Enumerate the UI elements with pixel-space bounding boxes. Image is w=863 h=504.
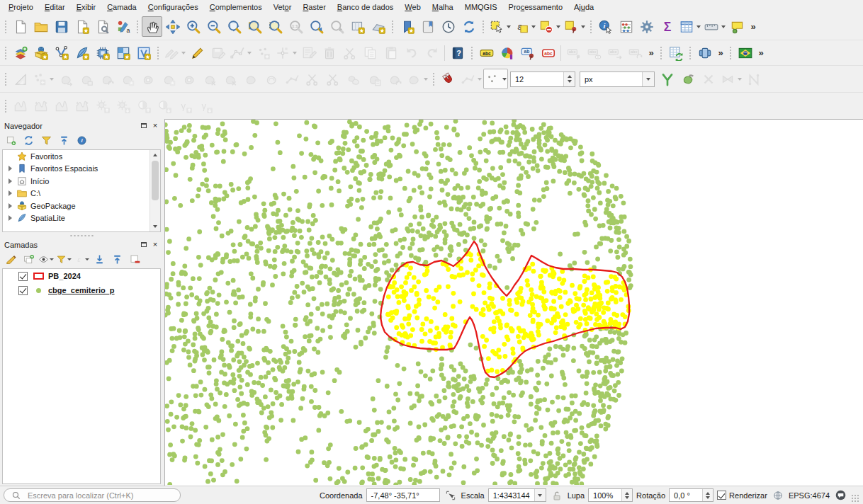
new-map-view-button[interactable] <box>347 16 368 37</box>
menu-complementos[interactable]: Complementos <box>204 1 268 13</box>
toolbar-drag-handle[interactable] <box>659 45 663 61</box>
toolbar-drag-handle[interactable] <box>728 45 733 61</box>
pan-map-button[interactable] <box>142 16 162 37</box>
statistical-summary-button[interactable] <box>616 16 636 37</box>
scale-dropdown[interactable] <box>534 489 546 501</box>
menu-vetor[interactable]: Vetor <box>268 1 298 13</box>
new-spatial-bookmark-button[interactable] <box>397 16 417 37</box>
crs-globe-icon[interactable] <box>771 488 785 503</box>
open-attribute-table-button[interactable] <box>677 16 702 37</box>
select-by-value-button[interactable] <box>562 16 587 37</box>
menu-raster[interactable]: Raster <box>297 1 331 13</box>
toolbar-drag-handle[interactable] <box>390 19 395 35</box>
open-layer-styling-button[interactable] <box>2 251 19 268</box>
browser-item-favoritos[interactable]: Favoritos <box>3 150 160 163</box>
coordinate-value[interactable]: -7,48° -35,71° <box>366 488 440 502</box>
plugin-toolbar-overflow-2[interactable]: » <box>755 42 767 63</box>
plugin-brazil-button[interactable] <box>735 42 755 63</box>
style-manager-button[interactable]: a <box>113 16 133 37</box>
open-project-button[interactable] <box>30 16 51 37</box>
zoom-in-button[interactable] <box>183 16 203 37</box>
help-contents-button[interactable]: ? <box>447 42 468 63</box>
menu-web[interactable]: Web <box>399 1 426 13</box>
scale-combobox[interactable]: 1:4343144 <box>488 488 546 502</box>
layer-checkbox[interactable] <box>18 272 28 281</box>
map-tips-button[interactable] <box>727 16 748 37</box>
browser-item-spatialite[interactable]: SpatiaLite <box>3 212 160 225</box>
expand-all-button[interactable] <box>91 251 108 268</box>
extents-toggle-icon[interactable] <box>444 488 458 503</box>
add-spatialite-layer-button[interactable] <box>72 42 92 63</box>
locator-searchbox[interactable] <box>4 488 181 502</box>
select-by-expression-button[interactable]: ε <box>512 16 537 37</box>
layer-name[interactable]: PB_2024 <box>48 272 81 280</box>
identify-features-button[interactable]: i <box>595 16 616 37</box>
toggle-editing-button[interactable] <box>187 42 208 63</box>
temporal-controller-button[interactable] <box>438 16 458 37</box>
crs-value[interactable]: EPSG:4674 <box>789 491 830 500</box>
scroll-up-button[interactable] <box>150 150 160 160</box>
menu-configura-es[interactable]: Configurações <box>142 1 204 13</box>
expander[interactable] <box>6 215 15 221</box>
layer-styling-button[interactable] <box>497 42 517 63</box>
browser-item-favoritos-espaciais[interactable]: Favoritos Espaciais <box>3 163 160 176</box>
zoom-last-button[interactable] <box>306 16 327 37</box>
add-virtual-layer-button[interactable] <box>133 42 154 63</box>
snapping-on-intersection-button[interactable] <box>677 69 698 89</box>
expander[interactable] <box>6 203 15 209</box>
topological-editing-button[interactable] <box>657 69 677 89</box>
snapping-tolerance-spinbox[interactable]: 12 <box>510 71 575 87</box>
expander[interactable] <box>6 178 15 184</box>
snapping-tolerance-spin-buttons[interactable] <box>563 72 575 86</box>
rotation-spin-buttons[interactable] <box>702 489 713 501</box>
add-vector-layer-button[interactable] <box>51 42 72 63</box>
plugin-toolbar-overflow-1[interactable]: » <box>715 42 726 63</box>
zoom-out-button[interactable] <box>203 16 224 37</box>
zoom-to-layer-button[interactable] <box>244 16 265 37</box>
layout-manager-button[interactable] <box>92 16 113 37</box>
menu-banco-de-dados[interactable]: Banco de dados <box>332 1 400 13</box>
browser-properties-button[interactable]: i <box>73 132 90 149</box>
highlight-pinned-labels-button[interactable]: abc <box>538 42 558 63</box>
lock-scale-icon[interactable] <box>550 488 564 503</box>
measure-line-button[interactable] <box>702 16 727 37</box>
plugin-table-refresh-button[interactable] <box>665 42 686 63</box>
toolbar-drag-handle[interactable] <box>4 98 8 114</box>
toolbar-drag-handle[interactable] <box>135 19 140 35</box>
layers-float-button[interactable] <box>139 240 149 249</box>
scroll-thumb[interactable] <box>152 161 159 200</box>
deselect-features-button[interactable] <box>537 16 562 37</box>
pin-labels-button[interactable]: ab <box>517 42 538 63</box>
scroll-down-button[interactable] <box>150 222 160 231</box>
collapse-all-button[interactable] <box>55 132 72 149</box>
menu-editar[interactable]: Editar <box>39 1 71 13</box>
processing-toolbox-button[interactable] <box>636 16 657 37</box>
filter-browser-button[interactable] <box>38 132 55 149</box>
layer-name[interactable]: cbge_cemiterio_p <box>48 286 115 294</box>
rotation-spinbox[interactable]: 0,0 ° <box>669 488 713 502</box>
browser-float-button[interactable] <box>139 121 149 130</box>
browser-close-button[interactable]: × <box>150 121 160 130</box>
toolbar-drag-handle[interactable] <box>432 71 436 87</box>
snapping-units-combobox[interactable]: px <box>580 71 655 87</box>
toolbar-drag-handle[interactable] <box>4 71 8 87</box>
new-3d-map-view-button[interactable] <box>368 16 388 37</box>
zoom-to-selection-button[interactable] <box>265 16 286 37</box>
menu-processamento[interactable]: Processamento <box>503 1 568 13</box>
enable-snapping-button[interactable] <box>438 69 458 89</box>
show-bookmarks-button[interactable] <box>417 16 438 37</box>
map-canvas[interactable] <box>164 119 863 486</box>
locator-input[interactable] <box>26 491 175 500</box>
layer-labeling-button[interactable]: abc <box>476 42 497 63</box>
menu-mmqgis[interactable]: MMQGIS <box>459 1 503 13</box>
toolbar-drag-handle[interactable] <box>4 45 8 61</box>
browser-item-geopackage[interactable]: GeoPackage <box>3 200 160 212</box>
toolbar-drag-handle[interactable] <box>481 19 485 35</box>
new-project-button[interactable] <box>10 16 30 37</box>
zoom-full-extent-button[interactable] <box>224 16 244 37</box>
manage-visibility-button[interactable] <box>38 251 55 268</box>
snapping-type-button[interactable] <box>483 69 508 89</box>
browser-item-c-[interactable]: C:\ <box>3 188 160 200</box>
pan-to-selection-button[interactable] <box>162 16 183 37</box>
add-selected-layers-button[interactable] <box>2 132 19 149</box>
